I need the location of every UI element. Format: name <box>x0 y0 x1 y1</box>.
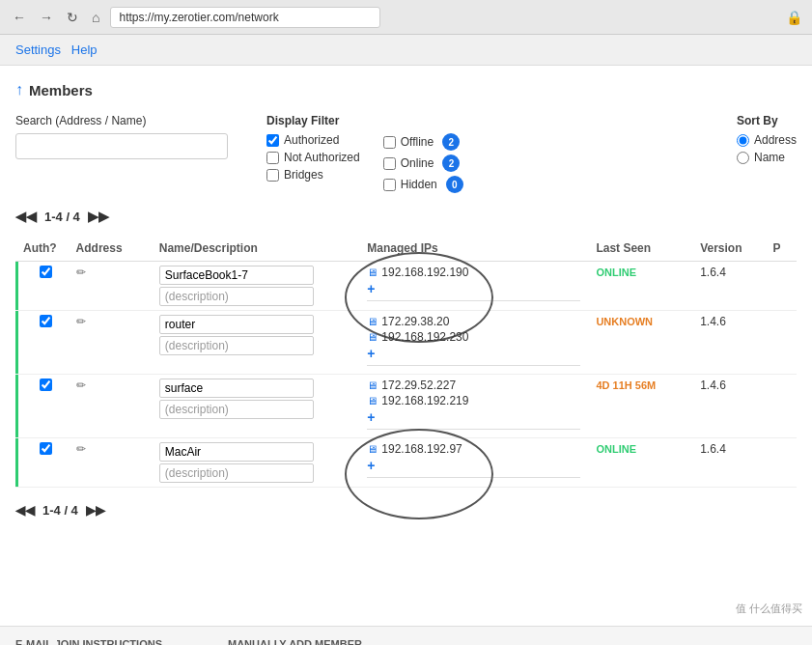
sort-name[interactable]: Name <box>737 151 797 164</box>
filter-online-label: Online <box>401 156 434 170</box>
ip-icon: 🖥 <box>367 331 378 343</box>
auth-cell <box>15 438 69 488</box>
sort-label: Sort By <box>737 114 797 127</box>
browser-secure-icon: 🔒 <box>786 10 802 25</box>
managed-ips-cell: 🖥 192.168.192.190 + <box>359 262 588 311</box>
refresh-button[interactable]: ↻ <box>64 10 81 25</box>
next-page-button[interactable]: ▶▶ <box>88 209 109 224</box>
filter-authorized-label: Authorized <box>284 133 339 147</box>
filter-bridges-label: Bridges <box>284 168 323 182</box>
version-cell: 1.4.6 <box>692 311 765 375</box>
table-row: ✏ 🖥 192.168.192.190 + ONLINE 1.6.4 <box>15 262 797 311</box>
desc-input[interactable] <box>159 287 314 306</box>
sort-address-label: Address <box>754 133 797 147</box>
filter-offline[interactable]: Offline 2 <box>383 133 463 151</box>
sort-name-label: Name <box>754 151 785 164</box>
edit-icon[interactable]: ✏ <box>76 379 86 392</box>
auth-checkbox[interactable] <box>40 266 52 278</box>
email-join-title: E-MAIL JOIN INSTRUCTIONS <box>15 638 170 645</box>
bottom-pagination: ◀◀ 1-4 / 4 ▶▶ <box>15 503 797 518</box>
members-table: Auth? Address Name/Description Managed I… <box>15 236 797 488</box>
last-seen-cell: UNKNOWN <box>588 311 692 375</box>
sort-address-radio[interactable] <box>737 134 749 147</box>
version-cell: 1.6.4 <box>692 262 765 311</box>
filter-not-authorized[interactable]: Not Authorized <box>266 151 360 164</box>
filter-online-checkbox[interactable] <box>383 157 396 170</box>
bottom-pagination-range: 1-4 / 4 <box>42 503 78 518</box>
filter-offline-checkbox[interactable] <box>383 136 396 149</box>
filter-authorized-checkbox[interactable] <box>266 134 279 147</box>
members-section-title: ↑ Members <box>15 81 797 98</box>
manually-add-col: MANUALLY ADD MEMBER Submit <box>228 638 382 645</box>
ip-row: 🖥 192.168.192.97 <box>367 442 580 456</box>
status-badge: ONLINE <box>596 266 636 278</box>
table-row: ✏ 🖥 172.29.52.227 🖥 192.168.192.219 + 4D… <box>15 375 797 438</box>
home-button[interactable]: ⌂ <box>89 10 102 25</box>
filter-offline-label: Offline <box>401 135 434 149</box>
ip-row: 🖥 172.29.38.20 <box>367 315 580 328</box>
filter-row: Authorized Not Authorized Bridges Offlin… <box>266 133 463 193</box>
edit-icon[interactable]: ✏ <box>76 266 86 279</box>
sort-address[interactable]: Address <box>737 133 797 147</box>
name-input[interactable] <box>159 266 314 285</box>
edit-icon[interactable]: ✏ <box>76 442 86 456</box>
filter-hidden[interactable]: Hidden 0 <box>383 176 463 193</box>
col-name: Name/Description <box>152 236 360 262</box>
back-button[interactable]: ← <box>10 10 29 25</box>
managed-ips-cell: 🖥 172.29.52.227 🖥 192.168.192.219 + <box>359 375 588 438</box>
filter-label: Display Filter <box>266 114 463 127</box>
settings-link[interactable]: Settings <box>15 42 61 57</box>
desc-input[interactable] <box>159 400 314 419</box>
address-cell: ✏ <box>69 375 152 438</box>
sort-name-radio[interactable] <box>737 152 749 164</box>
ip-row: 🖥 192.168.192.190 <box>367 266 580 279</box>
search-input[interactable] <box>15 133 228 159</box>
watermark: 值 什么值得买 <box>736 602 802 616</box>
managed-ips-cell: 🖥 172.29.38.20 🖥 192.168.192.230 + <box>359 311 588 375</box>
ip-icon: 🖥 <box>367 316 378 327</box>
p-cell <box>766 438 797 488</box>
bottom-next-page-button[interactable]: ▶▶ <box>86 503 105 518</box>
col-address: Address <box>69 236 152 262</box>
add-ip-button[interactable]: + <box>367 281 580 296</box>
name-input[interactable] <box>159 379 314 398</box>
version-cell: 1.4.6 <box>692 375 765 438</box>
managed-ips-cell: 🖥 192.168.192.97 + <box>359 438 588 488</box>
status-badge: UNKNOWN <box>596 316 653 327</box>
name-input[interactable] <box>159 315 314 334</box>
forward-button[interactable]: → <box>37 10 56 25</box>
edit-icon[interactable]: ✏ <box>76 315 86 328</box>
pagination-range: 1-4 / 4 <box>44 210 80 224</box>
ip-icon: 🖥 <box>367 379 378 391</box>
table-row: ✏ 🖥 172.29.38.20 🖥 192.168.192.230 + UNK… <box>15 311 797 375</box>
address-cell: ✏ <box>69 311 152 375</box>
help-link[interactable]: Help <box>71 42 98 57</box>
search-block: Search (Address / Name) <box>15 114 228 159</box>
desc-input[interactable] <box>159 463 314 483</box>
col-p: P <box>766 236 797 262</box>
filter-hidden-checkbox[interactable] <box>383 179 396 191</box>
prev-page-button[interactable]: ◀◀ <box>15 209 37 224</box>
add-ip-button[interactable]: + <box>367 346 580 361</box>
add-ip-button[interactable]: + <box>367 458 580 473</box>
bottom-prev-page-button[interactable]: ◀◀ <box>15 503 35 518</box>
filter-not-authorized-checkbox[interactable] <box>266 152 279 164</box>
filter-bridges[interactable]: Bridges <box>266 168 360 182</box>
auth-checkbox[interactable] <box>40 315 52 327</box>
auth-checkbox[interactable] <box>40 379 52 391</box>
auth-checkbox[interactable] <box>40 442 52 455</box>
filter-bridges-checkbox[interactable] <box>266 169 279 182</box>
filter-authorized[interactable]: Authorized <box>266 133 360 147</box>
add-ip-button[interactable]: + <box>367 409 580 425</box>
filter-online[interactable]: Online 2 <box>383 154 463 172</box>
auth-cell <box>15 262 69 311</box>
url-bar[interactable] <box>110 7 380 28</box>
p-cell <box>766 375 797 438</box>
filter-offline-badge: 2 <box>442 133 460 151</box>
desc-input[interactable] <box>159 336 314 355</box>
last-seen-cell: 4D 11H 56M <box>588 375 692 438</box>
ip-address: 192.168.192.190 <box>381 266 468 279</box>
p-cell <box>766 311 797 375</box>
name-input[interactable] <box>159 442 314 462</box>
address-cell: ✏ <box>69 262 152 311</box>
